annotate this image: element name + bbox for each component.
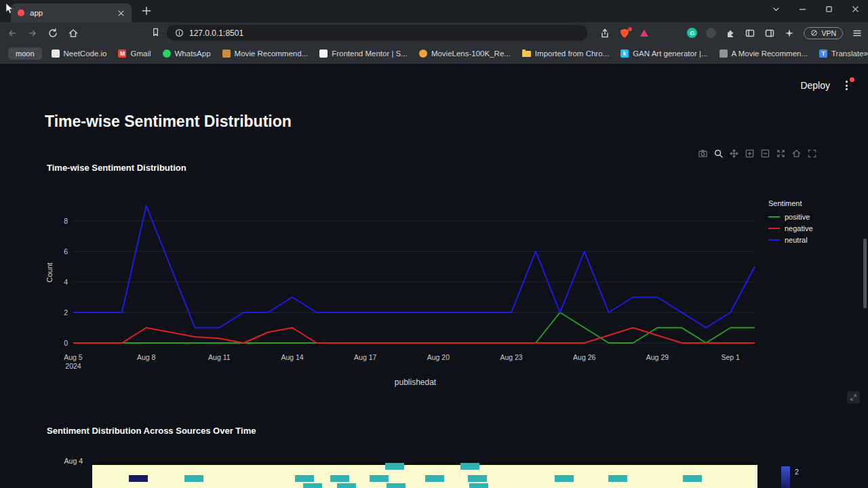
zoom-icon[interactable] — [713, 148, 724, 159]
bookmark-label: Frontend Mentor | S... — [332, 49, 408, 58]
bookmark-label: NeetCode.io — [64, 49, 107, 58]
deploy-button[interactable]: Deploy — [800, 80, 830, 91]
bookmark-group-moon[interactable]: moon — [8, 47, 42, 60]
tab-bar: app — [0, 0, 868, 22]
legend-item-positive[interactable]: positive — [768, 213, 813, 221]
split-view-icon[interactable] — [764, 28, 775, 39]
bookmark-item[interactable]: WhatsApp — [163, 49, 211, 58]
bookmark-item[interactable]: kGAN Art generator |... — [620, 49, 707, 58]
legend-label: positive — [785, 213, 810, 221]
tab-close-icon[interactable] — [117, 9, 125, 17]
neetcode-favicon — [52, 49, 60, 58]
bookmark-label: Movie Recommend... — [235, 49, 309, 58]
sidebar-icon[interactable] — [745, 28, 755, 39]
page-scrollbar[interactable] — [863, 239, 867, 308]
heatmap-cell — [425, 475, 444, 482]
x-axis-label: publishedat — [366, 378, 465, 387]
site-favicon — [222, 49, 231, 58]
bookmark-item[interactable]: A Movie Recommen... — [719, 49, 808, 58]
whatsapp-favicon — [163, 49, 171, 58]
bookmark-icon[interactable] — [151, 27, 161, 37]
x-tick-label: Aug 23 — [500, 353, 522, 361]
camera-icon[interactable] — [697, 148, 709, 159]
browser-window: app — [0, 0, 868, 488]
sentiment-line-chart[interactable]: 02468Aug 52024Aug 8Aug 11Aug 14Aug 17Aug… — [41, 194, 766, 390]
legend-label: neutral — [785, 236, 808, 244]
bookmark-item[interactable]: MovieLens-100K_Re... — [419, 49, 511, 58]
x-tick-sublabel: 2024 — [65, 362, 81, 370]
forward-icon[interactable] — [27, 28, 38, 39]
grammarly-icon[interactable]: G — [687, 28, 697, 38]
kaggle-favicon: k — [620, 49, 629, 58]
heatmap-cell — [555, 475, 574, 482]
sentiment-heatmap[interactable] — [92, 465, 757, 488]
bookmark-item[interactable]: Frontend Mentor | S... — [319, 49, 408, 58]
heatmap-colorbar — [781, 466, 790, 488]
heatmap-cell — [184, 475, 203, 482]
x-tick-label: Sep 1 — [721, 353, 740, 361]
bookmark-label: A Movie Recommen... — [732, 49, 808, 58]
x-tick-label: Aug 5 — [64, 353, 83, 361]
heatmap-title: Sentiment Distribution Across Sources Ov… — [47, 426, 256, 436]
leo-sparkle-icon[interactable] — [784, 28, 795, 39]
bookmark-label: Imported from Chro... — [535, 49, 609, 58]
legend-item-neutral[interactable]: neutral — [768, 236, 813, 244]
zoom-out-icon[interactable] — [760, 148, 771, 159]
bookmark-item[interactable]: TTranslate — [819, 49, 864, 58]
y-tick-label: 6 — [64, 247, 68, 256]
site-favicon — [419, 49, 427, 58]
pan-icon[interactable] — [728, 148, 740, 159]
reload-icon[interactable] — [47, 28, 58, 39]
heatmap-cell — [337, 483, 356, 488]
colorbar-tick: 2 — [795, 468, 799, 476]
new-tab-button[interactable] — [141, 5, 152, 16]
reset-axes-icon[interactable] — [791, 148, 802, 159]
autoscale-icon[interactable] — [775, 148, 787, 159]
bookmarks-list: NeetCode.ioMGmailWhatsAppMovie Recommend… — [52, 49, 864, 58]
address-bar[interactable]: 127.0.0.1:8501 — [167, 25, 587, 41]
x-tick-label: Aug 14 — [281, 353, 303, 361]
window-controls — [772, 5, 860, 14]
expand-icon[interactable] — [847, 391, 860, 403]
streamlit-app: Deploy Time-wise Sentiment Distribution … — [0, 64, 868, 488]
extensions-puzzle-icon[interactable] — [725, 28, 736, 39]
heatmap-cell — [469, 483, 488, 488]
x-tick-label: Aug 8 — [137, 353, 156, 361]
heatmap-cell — [295, 475, 314, 482]
plotly-modebar — [697, 148, 818, 159]
bookmark-item[interactable]: MGmail — [118, 49, 151, 58]
url-text: 127.0.0.1:8501 — [189, 28, 243, 38]
brave-shield-icon[interactable] — [619, 28, 630, 39]
fullscreen-icon[interactable] — [806, 148, 818, 159]
site-info-icon[interactable] — [175, 28, 184, 37]
share-icon[interactable] — [599, 28, 610, 39]
home-icon[interactable] — [68, 28, 79, 39]
browser-tab-app[interactable]: app — [11, 3, 132, 22]
back-icon[interactable] — [7, 28, 18, 39]
minimize-icon[interactable] — [798, 5, 807, 14]
maximize-icon[interactable] — [825, 5, 833, 14]
brave-rewards-icon[interactable] — [639, 28, 650, 39]
shield-badge-dot — [628, 27, 632, 31]
x-tick-label: Aug 17 — [354, 353, 376, 361]
tab-search-chevron-icon[interactable] — [772, 5, 781, 14]
close-window-icon[interactable] — [851, 5, 860, 14]
bookmarks-overflow-icon[interactable]: » — [864, 49, 868, 58]
extension-icon[interactable] — [706, 28, 716, 38]
vpn-button[interactable]: VPN — [804, 27, 843, 39]
folder-favicon — [522, 51, 531, 57]
bookmark-label: Translate — [831, 49, 864, 58]
heatmap-cell — [460, 463, 479, 470]
negative-line-swatch — [768, 228, 780, 229]
bookmark-item[interactable]: Imported from Chro... — [522, 49, 609, 58]
menu-icon[interactable] — [852, 28, 863, 39]
y-tick-label: 4 — [64, 278, 68, 286]
bookmark-label: GAN Art generator |... — [633, 49, 707, 58]
legend-item-negative[interactable]: negative — [768, 224, 813, 232]
x-tick-label: Aug 11 — [208, 353, 231, 361]
site-favicon — [719, 49, 728, 58]
bookmark-item[interactable]: Movie Recommend... — [222, 49, 309, 58]
notification-dot — [850, 77, 854, 82]
zoom-in-icon[interactable] — [744, 148, 755, 159]
bookmark-item[interactable]: NeetCode.io — [52, 49, 107, 58]
